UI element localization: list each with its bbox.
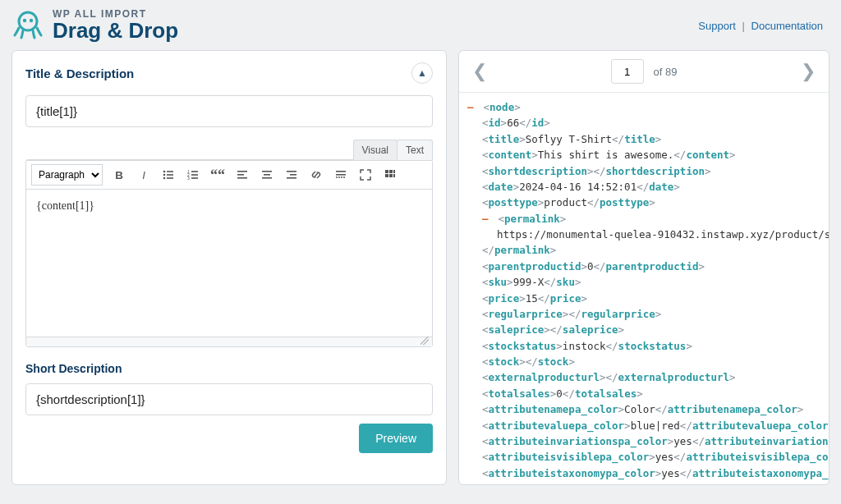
svg-rect-10 [191,171,198,172]
page-total-label: of 89 [654,66,678,78]
svg-point-7 [163,177,166,180]
insert-more-button[interactable] [329,164,352,186]
svg-point-2 [30,19,33,22]
svg-rect-26 [385,170,388,173]
svg-rect-4 [167,171,173,172]
editor-tab-row: Visual Text [25,139,433,159]
svg-rect-12 [191,174,198,176]
svg-text:3: 3 [187,176,190,181]
svg-point-0 [19,12,37,30]
app-header: WP ALL IMPORT Drag & Drop Support | Docu… [0,0,841,50]
tab-visual[interactable]: Visual [353,140,398,160]
svg-rect-31 [393,174,395,177]
svg-rect-19 [264,174,270,176]
link-button[interactable] [305,164,328,186]
toolbar-toggle-button[interactable] [379,164,402,186]
align-right-button[interactable] [280,164,303,186]
align-left-button[interactable] [231,164,254,186]
page-number-input[interactable] [611,59,644,84]
collapse-button[interactable]: ▲ [411,62,433,84]
italic-button[interactable]: I [132,164,155,186]
svg-rect-15 [237,171,247,172]
chevron-left-icon: ❮ [472,61,487,81]
prev-record-button[interactable]: ❮ [467,57,492,85]
editor-panel: Title & Description ▲ Visual Text Paragr… [11,50,447,485]
svg-rect-17 [237,177,247,179]
blockquote-button[interactable]: ““ [206,164,229,186]
brand: WP ALL IMPORT Drag & Drop [11,8,178,44]
short-description-input[interactable] [25,383,433,415]
svg-rect-29 [385,174,388,177]
xml-preview-panel: ❮ of 89 ❯ – <node><id>66</id><title>Sofl… [458,50,830,485]
svg-point-1 [23,19,26,22]
section-header-title-description[interactable]: Title & Description ▲ [12,51,446,95]
logo-icon [11,8,44,44]
content-editor[interactable] [26,190,432,334]
preview-button[interactable]: Preview [359,424,433,453]
brand-title: Drag & Drop [53,18,178,44]
next-record-button[interactable]: ❯ [796,57,820,85]
paragraph-select[interactable]: Paragraph [31,164,103,186]
xml-tree: – <node><id>66</id><title>Soflyy T-Shirt… [459,93,829,484]
svg-rect-30 [389,174,393,177]
support-link[interactable]: Support [698,20,736,32]
svg-rect-14 [191,177,198,179]
tab-text[interactable]: Text [397,140,433,160]
fullscreen-button[interactable] [354,164,377,186]
editor-resize-handle[interactable] [26,337,432,346]
svg-rect-20 [262,177,272,179]
bullet-list-button[interactable] [157,164,180,186]
bold-button[interactable]: B [108,164,131,186]
record-pager: ❮ of 89 ❯ [459,51,829,93]
svg-point-5 [163,174,166,176]
align-center-button[interactable] [255,164,278,186]
svg-rect-8 [167,177,173,179]
svg-rect-27 [389,170,393,173]
svg-point-3 [163,171,166,173]
svg-rect-21 [287,171,296,172]
svg-rect-18 [262,171,272,172]
xml-collapse-toggle[interactable]: – [482,211,492,227]
chevron-right-icon: ❯ [801,61,816,81]
link-separator: | [742,20,745,32]
svg-rect-25 [336,174,346,176]
numbered-list-button[interactable]: 123 [182,164,205,186]
svg-rect-6 [167,174,173,176]
svg-rect-16 [237,174,244,176]
short-description-label: Short Description [25,362,433,375]
header-links: Support | Documentation [698,20,823,32]
chevron-up-icon: ▲ [417,67,427,79]
editor-toolbar: Paragraph B I 123 ““ [26,160,432,190]
svg-rect-23 [287,177,296,179]
svg-rect-22 [290,174,296,176]
xml-collapse-toggle[interactable]: – [467,99,477,115]
svg-rect-24 [336,171,346,172]
svg-rect-28 [393,170,395,173]
title-input[interactable] [25,95,433,127]
documentation-link[interactable]: Documentation [751,20,823,32]
section-title: Title & Description [25,66,134,80]
